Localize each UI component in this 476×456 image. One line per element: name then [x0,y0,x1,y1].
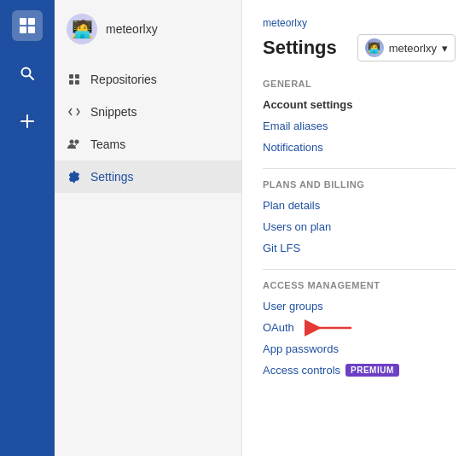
sidebar-item-repositories[interactable]: Repositories [55,63,241,96]
link-oauth[interactable]: OAuth [263,317,294,338]
teams-icon [67,137,82,152]
sidebar-user[interactable]: 🧑‍💻 meteorlxy [55,0,241,58]
repositories-icon [67,72,82,87]
divider-2 [263,269,456,270]
svg-point-12 [70,140,74,144]
link-users-on-plan[interactable]: Users on plan [263,216,456,237]
svg-rect-1 [28,18,35,25]
page-header: Settings 🧑‍💻 meteorlxy ▾ [263,34,456,61]
svg-rect-11 [75,80,79,85]
svg-rect-2 [20,26,26,33]
oauth-row: OAuth [263,317,456,338]
svg-rect-10 [69,80,73,85]
svg-rect-0 [20,18,26,25]
sidebar-item-settings[interactable]: Settings [55,161,241,193]
link-plan-details[interactable]: Plan details [263,195,456,216]
link-account-settings[interactable]: Account settings [263,94,456,115]
chevron-down-icon: ▾ [442,42,448,55]
sidebar-item-snippets[interactable]: Snippets [55,96,241,128]
sidebar-item-teams-label: Teams [90,137,125,151]
link-notifications[interactable]: Notifications [263,137,456,158]
user-switcher-avatar: 🧑‍💻 [365,38,384,57]
link-git-lfs[interactable]: Git LFS [263,237,456,259]
settings-icon [67,169,82,184]
divider-1 [263,168,456,169]
svg-rect-3 [28,26,35,33]
svg-rect-9 [75,74,79,79]
link-app-passwords[interactable]: App passwords [263,338,456,360]
sidebar-nav: Repositories Snippets Teams [55,58,241,198]
sidebar-item-settings-label: Settings [90,170,134,184]
section-access-label: ACCESS MANAGEMENT [263,280,456,290]
link-access-controls[interactable]: Access controls [263,360,340,381]
sidebar-username: meteorlxy [106,22,158,36]
red-arrow-icon [305,318,356,338]
avatar: 🧑‍💻 [67,14,97,44]
breadcrumb[interactable]: meteorlxy [263,17,456,29]
link-email-aliases[interactable]: Email aliases [263,115,456,137]
sidebar-item-repositories-label: Repositories [90,73,157,86]
sidebar: 🧑‍💻 meteorlxy Repositories Snippets [55,0,242,456]
section-general-label: GENERAL [263,79,456,89]
icon-rail [0,0,55,456]
access-controls-row: Access controls PREMIUM [263,360,456,381]
svg-rect-8 [69,74,73,79]
user-switcher[interactable]: 🧑‍💻 meteorlxy ▾ [357,34,456,61]
sidebar-item-teams[interactable]: Teams [55,128,241,161]
sidebar-item-snippets-label: Snippets [90,105,136,119]
page-title: Settings [263,37,337,59]
user-switcher-label: meteorlxy [389,42,437,55]
create-icon[interactable] [12,106,43,137]
svg-line-5 [30,76,34,80]
search-icon[interactable] [12,58,43,89]
section-billing-label: PLANS AND BILLING [263,179,456,190]
premium-badge: PREMIUM [345,364,399,377]
section-billing: PLANS AND BILLING Plan details Users on … [263,179,456,259]
snippets-icon [67,104,82,120]
svg-point-13 [75,140,79,144]
section-access: ACCESS MANAGEMENT User groups OAuth App … [263,280,456,381]
section-general: GENERAL Account settings Email aliases N… [263,79,456,158]
logo-icon[interactable] [12,10,43,41]
main-content: meteorlxy Settings 🧑‍💻 meteorlxy ▾ GENER… [242,0,476,456]
link-user-groups[interactable]: User groups [263,295,456,317]
